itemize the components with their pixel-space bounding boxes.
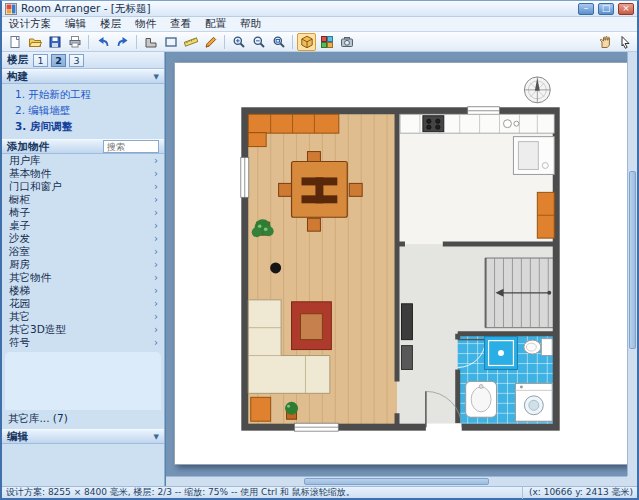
category-misc-objects[interactable]: 其它物件› <box>2 271 164 284</box>
window-title: Room Arranger - [无标题] <box>21 2 151 16</box>
undo-arrow-icon <box>96 35 110 49</box>
menu-view[interactable]: 查看 <box>163 17 198 31</box>
main-area: 楼层 1 2 3 构建 ▼ 1. 开始新的工程 2. 编辑墙壁 3. 房间调整 … <box>2 52 637 486</box>
print-button[interactable] <box>65 33 84 51</box>
category-basic-objects[interactable]: 基本物件› <box>2 167 164 180</box>
room-tool-icon <box>164 35 178 49</box>
menu-floor[interactable]: 楼层 <box>93 17 128 31</box>
category-kitchen[interactable]: 厨房› <box>2 258 164 271</box>
floor-plan <box>175 63 627 464</box>
floor-tab-2[interactable]: 2 <box>51 54 66 67</box>
menu-project[interactable]: 设计方案 <box>2 17 58 31</box>
new-button[interactable] <box>5 33 24 51</box>
more-libraries-link[interactable]: 其它库... (7) <box>2 410 164 429</box>
zoom-out-button[interactable] <box>249 33 268 51</box>
rug-coffee-table[interactable] <box>292 302 332 350</box>
panel-empty-area <box>5 352 161 410</box>
stairs[interactable] <box>486 258 555 328</box>
edit-section-label: 编辑 <box>7 430 28 444</box>
chevron-right-icon: › <box>154 325 158 335</box>
chevron-right-icon: › <box>154 299 158 309</box>
window[interactable] <box>295 423 339 431</box>
category-chairs[interactable]: 椅子› <box>2 206 164 219</box>
fridge-unit[interactable] <box>513 137 554 175</box>
build-section-header[interactable]: 构建 ▼ <box>2 69 164 84</box>
maximize-button[interactable]: □ <box>598 3 614 15</box>
room-tool-button[interactable] <box>161 33 180 51</box>
vertical-scrollbar[interactable] <box>627 52 637 476</box>
pointer-button[interactable] <box>615 33 634 51</box>
washing-machine[interactable] <box>515 383 552 421</box>
round-stool[interactable] <box>270 263 281 274</box>
chevron-right-icon: › <box>154 286 158 296</box>
washbasin[interactable] <box>466 381 497 417</box>
menu-object[interactable]: 物件 <box>128 17 163 31</box>
small-plant[interactable] <box>285 402 298 419</box>
category-garden[interactable]: 花园› <box>2 297 164 310</box>
floor-tab-1[interactable]: 1 <box>33 54 48 67</box>
build-step-edit-walls[interactable]: 2. 编辑墙壁 <box>2 103 164 119</box>
add-objects-header: 添加物件 <box>2 139 164 154</box>
small-cabinet[interactable] <box>251 397 271 421</box>
category-symbols[interactable]: 符号› <box>2 336 164 349</box>
measure-tool-button[interactable] <box>181 33 200 51</box>
category-doors-windows[interactable]: 门口和窗户› <box>2 180 164 193</box>
pencil-tool-button[interactable] <box>201 33 220 51</box>
wall-tool-button[interactable] <box>141 33 160 51</box>
edit-section-header[interactable]: 编辑 ▼ <box>2 429 164 444</box>
build-step-new-project[interactable]: 1. 开始新的工程 <box>2 87 164 103</box>
category-label: 符号 <box>9 336 30 350</box>
chevron-right-icon: › <box>154 234 158 244</box>
chevron-right-icon: › <box>154 182 158 192</box>
tall-cabinet[interactable] <box>537 192 554 238</box>
category-label: 桌子 <box>9 219 30 233</box>
category-label: 其它 <box>9 310 30 324</box>
redo-button[interactable] <box>113 33 132 51</box>
minimize-button[interactable]: – <box>578 3 594 15</box>
window[interactable] <box>468 107 500 115</box>
category-other-3d[interactable]: 其它3D造型› <box>2 323 164 336</box>
view-3d-button[interactable] <box>297 33 316 51</box>
category-cabinets[interactable]: 橱柜› <box>2 193 164 206</box>
wall-shelf[interactable] <box>401 304 412 370</box>
category-user-library[interactable]: 用户库› <box>2 154 164 167</box>
design-page[interactable] <box>174 62 628 465</box>
category-label: 基本物件 <box>9 167 51 181</box>
build-step-adjust-rooms[interactable]: 3. 房间调整 <box>2 119 164 135</box>
chevron-right-icon: › <box>154 247 158 257</box>
category-other[interactable]: 其它› <box>2 310 164 323</box>
zoom-in-button[interactable] <box>229 33 248 51</box>
window[interactable] <box>241 158 249 198</box>
camera-button[interactable] <box>337 33 356 51</box>
close-button[interactable]: × <box>618 3 634 15</box>
undo-button[interactable] <box>93 33 112 51</box>
menu-help[interactable]: 帮助 <box>233 17 268 31</box>
horizontal-scrollbar[interactable] <box>166 476 627 486</box>
pan-button[interactable] <box>595 33 614 51</box>
category-bathroom[interactable]: 浴室› <box>2 245 164 258</box>
collapse-icon[interactable]: ▼ <box>154 73 159 81</box>
menu-edit[interactable]: 编辑 <box>58 17 93 31</box>
vertical-scrollbar-thumb[interactable] <box>629 171 636 349</box>
compass[interactable] <box>524 77 550 103</box>
category-stairs[interactable]: 楼梯› <box>2 284 164 297</box>
menu-bar: 设计方案 编辑 楼层 物件 查看 配置 帮助 <box>2 17 637 32</box>
canvas-viewport[interactable] <box>165 52 637 486</box>
open-button[interactable] <box>25 33 44 51</box>
materials-button[interactable] <box>317 33 336 51</box>
zoom-fit-button[interactable] <box>269 33 288 51</box>
floor-tab-3[interactable]: 3 <box>69 54 84 67</box>
stove[interactable] <box>423 116 444 132</box>
horizontal-scrollbar-thumb[interactable] <box>304 478 488 485</box>
shower[interactable] <box>485 337 518 370</box>
collapse-icon[interactable]: ▼ <box>154 433 159 441</box>
object-search-input[interactable] <box>103 140 159 153</box>
category-tables[interactable]: 桌子› <box>2 219 164 232</box>
category-sofas[interactable]: 沙发› <box>2 232 164 245</box>
chevron-right-icon: › <box>154 169 158 179</box>
category-label: 厨房 <box>9 258 30 272</box>
chevron-right-icon: › <box>154 338 158 348</box>
ruler-icon <box>184 35 198 49</box>
menu-options[interactable]: 配置 <box>198 17 233 31</box>
save-button[interactable] <box>45 33 64 51</box>
